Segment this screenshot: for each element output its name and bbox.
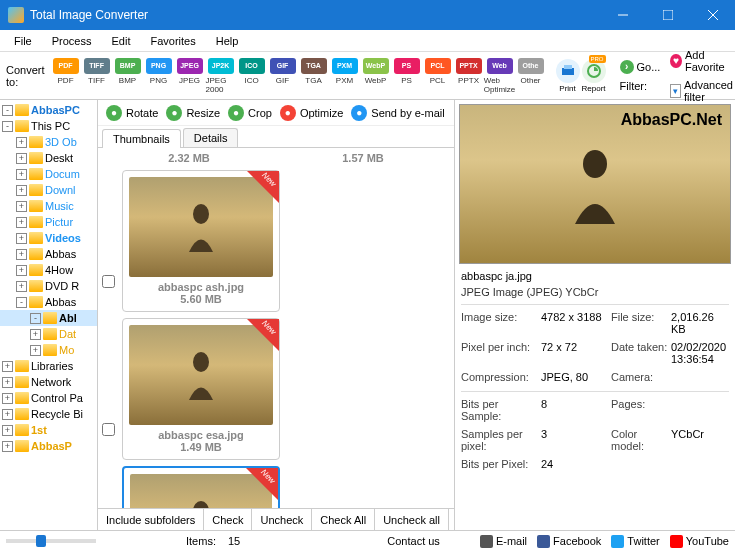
expand-icon[interactable]: -: [30, 313, 41, 324]
format-weboptimize[interactable]: WebWeb Optimize: [485, 58, 515, 94]
expand-icon[interactable]: +: [2, 361, 13, 372]
tree-node[interactable]: -Abl: [0, 310, 97, 326]
zoom-slider[interactable]: [6, 539, 96, 543]
report-button[interactable]: PRO Report: [582, 59, 606, 93]
folder-tree[interactable]: -AbbasPC-This PC+3D Ob+Deskt+Docum+Downl…: [0, 100, 98, 530]
menu-help[interactable]: Help: [208, 33, 247, 49]
action-send-by-e-mail[interactable]: ●Send by e-mail: [351, 105, 444, 121]
format-gif[interactable]: GIFGIF: [268, 58, 298, 94]
tree-node[interactable]: +Network: [0, 374, 97, 390]
expand-icon[interactable]: -: [2, 121, 13, 132]
format-pptx[interactable]: PPTXPPTX: [454, 58, 484, 94]
expand-icon[interactable]: +: [30, 329, 41, 340]
format-pdf[interactable]: PDFPDF: [51, 58, 81, 94]
action-rotate[interactable]: ●Rotate: [106, 105, 158, 121]
add-favorite-button[interactable]: ♥Add Favorite: [666, 47, 735, 75]
tree-node[interactable]: +Deskt: [0, 150, 97, 166]
tree-node[interactable]: +Control Pa: [0, 390, 97, 406]
expand-icon[interactable]: +: [16, 217, 27, 228]
expand-icon[interactable]: +: [16, 185, 27, 196]
expand-icon[interactable]: +: [2, 409, 13, 420]
tree-node[interactable]: +Recycle Bi: [0, 406, 97, 422]
print-button[interactable]: Print: [556, 59, 580, 93]
format-bmp[interactable]: BMPBMP: [113, 58, 143, 94]
minimize-button[interactable]: [600, 0, 645, 30]
tab-details[interactable]: Details: [183, 128, 239, 147]
thumb-checkbox[interactable]: [102, 275, 115, 288]
expand-icon[interactable]: +: [16, 169, 27, 180]
tree-node[interactable]: -AbbasPC: [0, 102, 97, 118]
contact-link[interactable]: Contact us: [387, 535, 440, 547]
menu-favorites[interactable]: Favorites: [142, 33, 203, 49]
social-e-mail[interactable]: E-mail: [480, 535, 527, 548]
menu-process[interactable]: Process: [44, 33, 100, 49]
tree-node[interactable]: +4How: [0, 262, 97, 278]
expand-icon[interactable]: -: [16, 297, 27, 308]
format-pcl[interactable]: PCLPCL: [423, 58, 453, 94]
format-tiff[interactable]: TIFFTIFF: [82, 58, 112, 94]
tree-node[interactable]: -This PC: [0, 118, 97, 134]
expand-icon[interactable]: +: [2, 377, 13, 388]
format-png[interactable]: PNGPNG: [144, 58, 174, 94]
thumbnail-card[interactable]: Newabbaspc ash.jpg5.60 MB: [122, 170, 280, 312]
tree-node[interactable]: +Pictur: [0, 214, 97, 230]
maximize-button[interactable]: [645, 0, 690, 30]
social-facebook[interactable]: Facebook: [537, 535, 601, 548]
expand-icon[interactable]: +: [2, 441, 13, 452]
format-webp[interactable]: WebPWebP: [361, 58, 391, 94]
go-button[interactable]: ›Go...: [616, 58, 665, 76]
expand-icon[interactable]: +: [30, 345, 41, 356]
action-resize[interactable]: ●Resize: [166, 105, 220, 121]
selbar-include-subfolders[interactable]: Include subfolders: [98, 509, 204, 530]
format-pxm[interactable]: PXMPXM: [330, 58, 360, 94]
action-optimize[interactable]: ●Optimize: [280, 105, 343, 121]
tree-node[interactable]: +AbbasP: [0, 438, 97, 454]
expand-icon[interactable]: +: [16, 233, 27, 244]
tree-node[interactable]: +Downl: [0, 182, 97, 198]
format-ico[interactable]: ICOICO: [237, 58, 267, 94]
expand-icon[interactable]: +: [16, 201, 27, 212]
thumbnail-card[interactable]: Newabbaspc ja.jpg1.97 MB: [122, 466, 280, 508]
format-tga[interactable]: TGATGA: [299, 58, 329, 94]
tree-node[interactable]: +Mo: [0, 342, 97, 358]
selbar-uncheck[interactable]: Uncheck: [252, 509, 312, 530]
format-ps[interactable]: PSPS: [392, 58, 422, 94]
social-twitter[interactable]: Twitter: [611, 535, 659, 548]
selbar-check-all[interactable]: Check All: [312, 509, 375, 530]
tab-thumbnails[interactable]: Thumbnails: [102, 129, 181, 148]
expand-icon[interactable]: +: [16, 281, 27, 292]
slider-handle[interactable]: [36, 535, 46, 547]
selbar-check[interactable]: Check: [204, 509, 252, 530]
social-youtube[interactable]: YouTube: [670, 535, 729, 548]
tree-node[interactable]: +Libraries: [0, 358, 97, 374]
expand-icon[interactable]: +: [16, 265, 27, 276]
tree-node[interactable]: +Docum: [0, 166, 97, 182]
tree-node[interactable]: +Abbas: [0, 246, 97, 262]
format-other[interactable]: OtheOther: [516, 58, 546, 94]
expand-icon[interactable]: +: [2, 393, 13, 404]
tree-node[interactable]: +1st: [0, 422, 97, 438]
thumbnail-card[interactable]: Newabbaspc esa.jpg1.49 MB: [122, 318, 280, 460]
svg-point-8: [193, 352, 209, 372]
selbar-uncheck-all[interactable]: Uncheck all: [375, 509, 449, 530]
close-button[interactable]: [690, 0, 735, 30]
thumbnail-grid[interactable]: 2.32 MB 1.57 MB Newabbaspc ash.jpg5.60 M…: [98, 148, 454, 508]
tree-node[interactable]: -Abbas: [0, 294, 97, 310]
action-crop[interactable]: ●Crop: [228, 105, 272, 121]
format-jpeg2000[interactable]: JP2KJPEG 2000: [206, 58, 236, 94]
format-jpeg[interactable]: JPEGJPEG: [175, 58, 205, 94]
tree-node[interactable]: +Dat: [0, 326, 97, 342]
tree-node[interactable]: +3D Ob: [0, 134, 97, 150]
thumb-checkbox[interactable]: [102, 423, 115, 436]
expand-icon[interactable]: +: [16, 249, 27, 260]
tree-node[interactable]: +Videos: [0, 230, 97, 246]
expand-icon[interactable]: +: [2, 425, 13, 436]
menu-edit[interactable]: Edit: [103, 33, 138, 49]
menu-file[interactable]: File: [6, 33, 40, 49]
tree-node[interactable]: +Music: [0, 198, 97, 214]
expand-icon[interactable]: +: [16, 137, 27, 148]
expand-icon[interactable]: +: [16, 153, 27, 164]
expand-icon[interactable]: -: [2, 105, 13, 116]
image-preview[interactable]: AbbasPC.Net: [459, 104, 731, 264]
tree-node[interactable]: +DVD R: [0, 278, 97, 294]
